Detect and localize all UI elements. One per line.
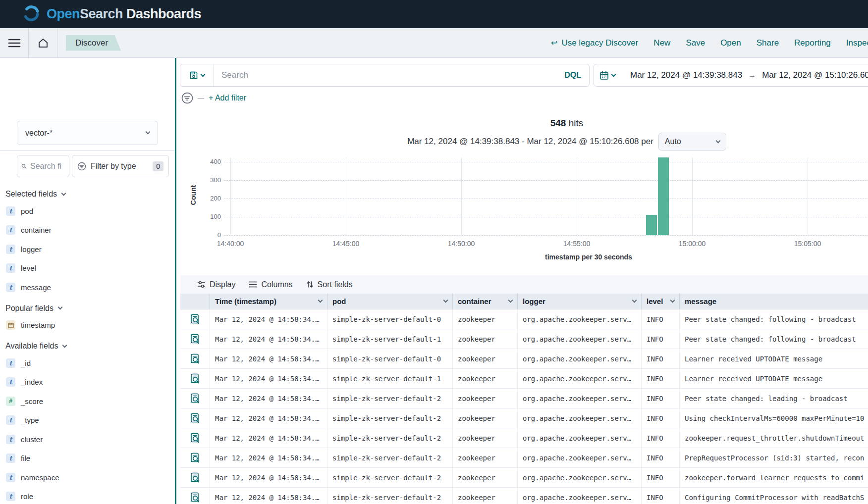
cell-logger: org.apache.zookeeper.serv… <box>518 468 642 487</box>
calendar-icon <box>6 320 15 330</box>
app-title: OpenSearch Dashboards <box>47 6 201 22</box>
saved-query-menu-button[interactable] <box>180 64 214 86</box>
date-picker: Mar 12, 2024 @ 14:39:38.843 → Mar 12, 20… <box>594 64 868 87</box>
field-item-_type[interactable]: t_type <box>0 411 175 430</box>
cell-logger: org.apache.zookeeper.serv… <box>518 488 642 504</box>
cell-level: INFO <box>642 369 680 388</box>
field-item-pod[interactable]: tpod <box>0 202 175 221</box>
field-item-level[interactable]: tlevel <box>0 259 175 278</box>
histogram-bar[interactable] <box>646 215 657 235</box>
search-input[interactable] <box>214 70 556 80</box>
cell-level: INFO <box>642 309 680 329</box>
field-name: role <box>21 492 33 501</box>
cell-message: zookeeper.request_throttler.shutdownTime… <box>680 428 868 448</box>
nav-action-new[interactable]: New <box>653 38 670 48</box>
histogram-bar[interactable] <box>658 157 669 235</box>
field-item-cluster[interactable]: tcluster <box>0 430 175 449</box>
cell-time: Mar 12, 2024 @ 14:58:34.… <box>210 468 327 487</box>
add-filter-button[interactable]: + Add filter <box>209 94 246 102</box>
table-row: Mar 12, 2024 @ 14:58:34.…simple-zk-serve… <box>180 488 868 504</box>
filter-by-type-button[interactable]: Filter by type 0 <box>72 155 169 177</box>
nav-action-save[interactable]: Save <box>686 38 705 48</box>
field-item-timestamp[interactable]: timestamp <box>0 316 175 335</box>
cell-pod: simple-zk-server-default-1 <box>327 369 453 388</box>
date-range-end[interactable]: Mar 12, 2024 @ 15:10:26.608 <box>762 70 868 80</box>
histogram-subtitle: Mar 12, 2024 @ 14:39:38.843 - Mar 12, 20… <box>407 137 653 147</box>
nav-action-open[interactable]: Open <box>720 38 741 48</box>
group-heading-popular-fields[interactable]: Popular fields <box>5 304 175 313</box>
field-item-logger[interactable]: tlogger <box>0 240 175 259</box>
field-name: timestamp <box>21 321 55 329</box>
field-item-message[interactable]: tmessage <box>0 278 175 297</box>
inspect-document-button[interactable] <box>190 413 200 424</box>
cell-expand <box>180 448 210 467</box>
index-pattern-value: vector-* <box>25 129 53 138</box>
sidebar-resizer[interactable] <box>175 58 176 504</box>
inspect-document-button[interactable] <box>190 472 200 483</box>
inspect-document-button[interactable] <box>190 433 200 444</box>
search-icon <box>21 162 27 170</box>
gridline <box>224 235 868 236</box>
nav-action-share[interactable]: Share <box>757 38 779 48</box>
table-row: Mar 12, 2024 @ 14:58:34.…simple-zk-serve… <box>180 448 868 468</box>
group-heading-selected-fields[interactable]: Selected fields <box>5 190 175 199</box>
group-label: Available fields <box>5 342 58 351</box>
filter-icon[interactable] <box>181 92 193 104</box>
field-item-role[interactable]: trole <box>0 487 175 504</box>
field-item-container[interactable]: tcontainer <box>0 221 175 240</box>
index-pattern-select[interactable]: vector-* <box>17 121 158 145</box>
cell-time: Mar 12, 2024 @ 14:58:34.… <box>210 448 327 467</box>
header-cell-logger[interactable]: logger <box>518 294 642 309</box>
header-cell-pod[interactable]: pod <box>327 294 453 309</box>
date-quick-select-button[interactable] <box>594 64 621 86</box>
gridline <box>224 217 868 217</box>
chevron-down-icon <box>146 130 151 135</box>
nav-action-inspect[interactable]: Inspect <box>846 38 868 48</box>
cell-pod: simple-zk-server-default-2 <box>327 468 453 487</box>
inspect-document-button[interactable] <box>190 334 200 345</box>
results-panel: 548 hits Mar 12, 2024 @ 14:39:38.843 - M… <box>180 111 868 268</box>
field-item-file[interactable]: tfile <box>0 449 175 468</box>
nav-action-use-legacy-discover[interactable]: ↩Use legacy Discover <box>551 38 638 48</box>
field-search-input[interactable] <box>30 162 65 171</box>
field-item-namespace[interactable]: tnamespace <box>0 468 175 487</box>
arrow-right-icon: → <box>748 71 756 80</box>
field-groups: Selected fieldstpodtcontainertloggertlev… <box>0 183 175 504</box>
query-language-button[interactable]: DQL <box>556 71 589 80</box>
date-range-start[interactable]: Mar 12, 2024 @ 14:39:38.843 <box>630 70 742 80</box>
cell-message: Learner received UPTODATE message <box>680 369 868 388</box>
header-cell-time-timestamp-[interactable]: Time (timestamp) <box>210 294 327 309</box>
gridline <box>346 157 346 235</box>
inspect-document-button[interactable] <box>190 353 200 364</box>
navbar: Discover ↩Use legacy DiscoverNewSaveOpen… <box>0 28 868 58</box>
field-item-_id[interactable]: t_id <box>0 353 175 373</box>
chevron-down-icon <box>200 72 205 77</box>
nav-action-reporting[interactable]: Reporting <box>794 38 831 48</box>
header-cell-container[interactable]: container <box>453 294 518 309</box>
text-field-icon: t <box>6 492 15 501</box>
sort-fields-button[interactable]: Sort fields <box>306 280 353 289</box>
cell-expand <box>180 389 210 408</box>
inspect-document-button[interactable] <box>190 373 200 384</box>
cell-expand <box>180 329 210 349</box>
breadcrumb-discover[interactable]: Discover <box>66 35 121 51</box>
table-header: Time (timestamp)podcontainerloggerlevelm… <box>180 294 868 309</box>
columns-button[interactable]: Columns <box>249 280 292 289</box>
header-cell-level[interactable]: level <box>642 294 680 309</box>
column-label: message <box>685 297 716 305</box>
menu-button[interactable] <box>0 28 28 57</box>
group-heading-available-fields[interactable]: Available fields <box>5 342 175 351</box>
inspect-document-button[interactable] <box>190 393 200 404</box>
interval-select[interactable]: Auto <box>658 133 726 151</box>
inspect-document-button[interactable] <box>190 492 200 503</box>
cell-logger: org.apache.zookeeper.serv… <box>518 369 642 388</box>
inspect-document-button[interactable] <box>190 314 200 325</box>
header-cell-message[interactable]: message <box>680 294 868 309</box>
display-button[interactable]: Display <box>197 280 235 289</box>
inspect-document-button[interactable] <box>190 453 200 463</box>
home-button[interactable] <box>29 28 57 57</box>
field-item-_index[interactable]: t_index <box>0 373 175 392</box>
cell-level: INFO <box>642 408 680 428</box>
histogram[interactable]: 14:40:0014:45:0014:50:0014:55:0015:00:00… <box>224 157 868 235</box>
field-item-_score[interactable]: #_score <box>0 392 175 411</box>
